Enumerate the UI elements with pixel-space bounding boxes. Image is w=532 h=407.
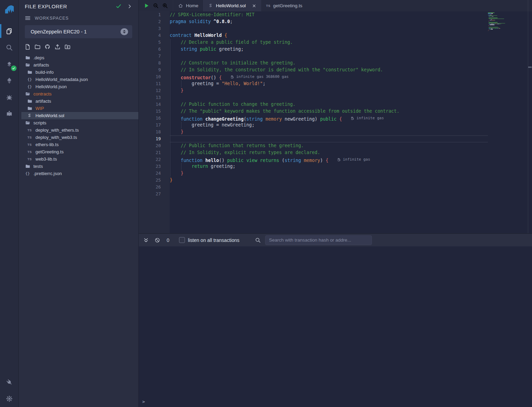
folder-icon [27, 70, 32, 75]
tab-home[interactable]: Home [173, 0, 203, 11]
typescript-file-icon: TS [27, 129, 32, 132]
debugger-icon[interactable] [0, 89, 19, 105]
code-line: string public greeting; [170, 46, 488, 53]
code-line: constructor() {infinite gas 368600 gas [170, 73, 488, 80]
tree-item-helloworld-sol[interactable]: HelloWorld.sol [19, 112, 138, 119]
code-editor[interactable]: 1234567891011121314151617181920212223242… [139, 11, 532, 233]
folder-icon [25, 55, 30, 60]
code-line: contract HelloWorld { [170, 32, 488, 39]
terminal-search-input[interactable] [265, 235, 372, 245]
remix-logo-icon[interactable] [0, 0, 19, 18]
typescript-file-icon: TS [27, 150, 32, 154]
remix-ide-window: FILE EXPLORER WORKSPACES OpenZeppelin ER… [0, 0, 532, 407]
line-number: 23 [139, 163, 170, 170]
tree-item-artifacts[interactable]: artifacts [19, 98, 138, 105]
github-icon[interactable] [44, 44, 51, 50]
tab-label: Home [186, 3, 198, 8]
tree-item-label: scripts [33, 120, 46, 125]
deploy-run-icon[interactable] [0, 72, 19, 89]
code-line [170, 191, 488, 197]
new-folder-icon[interactable] [34, 44, 41, 50]
minimap-line [488, 32, 528, 33]
scrollbar-thumb[interactable] [528, 67, 532, 68]
tree-item-helloworld-metadata-json[interactable]: {}HelloWorld_metadata.json [19, 76, 138, 83]
tree-item-deploy-with-web3-ts[interactable]: TSdeploy_with_web3.ts [19, 134, 138, 141]
solidity-file-icon [27, 113, 32, 118]
code-line: pragma solidity ^0.8.0; [170, 18, 488, 25]
run-script-icon[interactable] [144, 3, 149, 9]
tree-item-label: HelloWorld_metadata.json [35, 77, 88, 82]
tree-item-label: WIP [35, 106, 44, 111]
code-line: // In Solidity, explicit return types ar… [170, 149, 488, 156]
toggle-terminal-icon[interactable] [143, 237, 149, 243]
code-line: // Public function to change the greetin… [170, 101, 488, 108]
listen-transactions-label[interactable]: listen on all transactions [188, 237, 239, 243]
tree-item-label: artifacts [35, 99, 51, 104]
workspaces-label: WORKSPACES [35, 16, 69, 21]
file-explorer-icon[interactable] [0, 23, 19, 39]
listen-transactions-checkbox[interactable] [179, 237, 185, 243]
workspace-dropdown[interactable]: OpenZeppelin ERC20 - 1 [25, 25, 132, 38]
learneth-icon[interactable] [0, 105, 19, 122]
typescript-file-icon: TS [27, 143, 32, 146]
validate-check-icon[interactable] [116, 3, 122, 9]
zoom-out-icon[interactable] [153, 3, 159, 9]
upload-folder-icon[interactable] [64, 44, 71, 50]
tab-helloworld-sol[interactable]: HelloWorld.sol [203, 0, 261, 11]
new-file-icon[interactable] [24, 44, 31, 50]
tree-item-helloworld-json[interactable]: {}HelloWorld.json [19, 83, 138, 90]
tree-item-scripts[interactable]: scripts [19, 119, 138, 126]
terminal-toolbar: 0 listen on all transactions [139, 233, 532, 246]
folder-icon [27, 99, 32, 104]
tree-item-label: deploy_with_ethers.ts [35, 128, 79, 133]
terminal-prompt[interactable]: > [142, 399, 145, 404]
tree-item-ethers-lib-ts[interactable]: TSethers-lib.ts [19, 141, 138, 148]
tree-item-wip[interactable]: WIP [19, 105, 138, 112]
indent-guide [181, 80, 181, 87]
tree-item-getgreeting-ts[interactable]: TSgetGreeting.ts [19, 148, 138, 155]
chevron-right-icon[interactable] [127, 4, 132, 9]
indent-guide [181, 163, 181, 170]
editor-scrollbar[interactable] [528, 0, 532, 233]
tree-item-web3-lib-ts[interactable]: TSweb3-lib.ts [19, 155, 138, 163]
tree-item-build-info[interactable]: build-info [19, 69, 138, 76]
search-icon[interactable] [0, 39, 19, 56]
terminal-output[interactable]: > [139, 246, 532, 407]
tree-item-label: getGreeting.ts [35, 149, 64, 154]
tab-label: HelloWorld.sol [216, 3, 246, 8]
tree-item-label: HelloWorld.json [35, 84, 67, 89]
line-number: 26 [139, 184, 170, 191]
compile-success-badge [11, 65, 17, 71]
line-number: 11 [139, 80, 170, 87]
minimap[interactable] [488, 11, 528, 233]
tab-getgreeting-ts[interactable]: TSgetGreeting.ts [261, 0, 307, 11]
tree-item--prettierrc-json[interactable]: {}.prettierrc.json [19, 170, 138, 177]
tree-item-deploy-with-ethers-ts[interactable]: TSdeploy_with_ethers.ts [19, 126, 138, 134]
folder-open-icon [25, 62, 30, 68]
folder-open-icon [25, 91, 30, 96]
line-number: 16 [139, 115, 170, 122]
code-line [170, 135, 488, 142]
tab-label: getGreeting.ts [273, 3, 302, 8]
close-tab-icon[interactable] [252, 4, 256, 8]
clear-console-icon[interactable] [155, 237, 160, 243]
tree-item-artifacts[interactable]: artifacts [19, 61, 138, 69]
plugin-manager-icon[interactable] [0, 374, 19, 390]
settings-icon[interactable] [0, 390, 19, 407]
line-number: 7 [139, 53, 170, 60]
tree-item-tests[interactable]: tests [19, 163, 138, 170]
tree-item--deps[interactable]: .deps [19, 54, 138, 61]
workspace-sort-icon [121, 28, 128, 35]
json-file-icon: {} [25, 171, 30, 176]
tree-item-label: .prettierrc.json [33, 171, 62, 176]
upload-file-icon[interactable] [54, 44, 61, 50]
code-content[interactable]: // SPDX-License-Identifier: MITpragma so… [170, 11, 488, 233]
folder-open-icon [25, 120, 30, 125]
line-number-gutter: 1234567891011121314151617181920212223242… [139, 11, 170, 233]
tree-item-contracts[interactable]: contracts [19, 90, 138, 98]
zoom-in-icon[interactable] [162, 3, 168, 9]
code-line [170, 25, 488, 32]
code-line: } [170, 177, 488, 184]
hamburger-menu-icon[interactable] [25, 15, 31, 21]
solidity-compiler-icon[interactable] [0, 56, 19, 72]
